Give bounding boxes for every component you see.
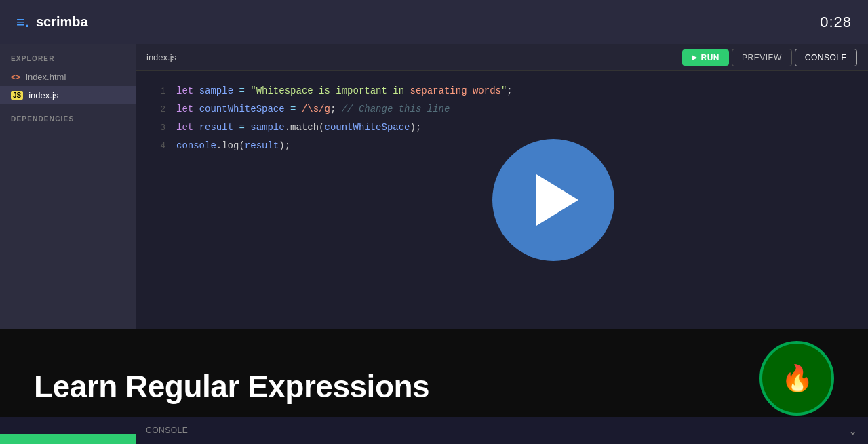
play-button[interactable] [492,139,614,261]
bottom-console-label: CONSOLE [146,426,188,435]
code-line-2-text: let countWhiteSpace = /\s/g; // Change t… [176,100,450,118]
console-button[interactable]: CONSOLE [795,49,857,66]
sidebar-filename-js: index.js [28,90,58,100]
bottom-title: Learn Regular Expressions [34,368,429,405]
console-label: CONSOLE [805,53,847,62]
editor-filename: index.js [146,52,176,62]
fcc-circle: 🔥 [760,341,834,416]
bottom-section: Learn Regular Expressions 🔥 freeCodeCamp… [0,329,868,444]
line-number-2: 2 [146,101,165,119]
code-line-2: 2 let countWhiteSpace = /\s/g; // Change… [136,100,868,119]
code-line-3-text: let result = sample.match(countWhiteSpac… [176,119,421,136]
code-line-4-text: console.log(result); [176,137,290,155]
code-line-3: 3 let result = sample.match(countWhiteSp… [136,119,868,137]
run-play-icon: ▶ [692,54,698,61]
timer: 0:28 [820,14,852,31]
code-line-4: 4 console.log(result); [136,137,868,155]
html-icon: <> [11,73,20,82]
dependencies-label: DEPENDENCIES [0,115,136,128]
toolbar-buttons: ▶ RUN PREVIEW CONSOLE [682,49,857,66]
preview-button[interactable]: PREVIEW [732,49,792,66]
run-label: RUN [701,53,719,62]
sidebar-filename-html: index.html [26,72,66,82]
line-number-3: 3 [146,119,165,137]
sidebar-item-js[interactable]: JS index.js [0,86,136,104]
preview-label: PREVIEW [742,53,782,62]
run-button[interactable]: ▶ RUN [682,49,729,66]
sidebar-item-html[interactable]: <> index.html [0,68,136,86]
code-line-1: 1 let sample = "Whitespace is important … [136,82,868,100]
js-icon: JS [11,91,23,100]
logo-icon: ≡. [16,14,29,31]
play-triangle-icon [536,174,578,226]
editor-area: index.js ▶ RUN PREVIEW CONSOLE 1 let sam… [136,44,868,329]
editor-toolbar: index.js ▶ RUN PREVIEW CONSOLE [136,44,868,71]
code-content: 1 let sample = "Whitespace is important … [136,71,868,329]
line-number-1: 1 [146,83,165,100]
line-number-4: 4 [146,138,165,155]
fcc-flame-icon: 🔥 [781,363,813,393]
sidebar: EXPLORER <> index.html JS index.js DEPEN… [0,44,136,329]
chevron-down-icon[interactable]: ⌄ [848,424,857,437]
code-line-1-text: let sample = "Whitespace is important in… [176,82,513,100]
logo-text: scrimba [36,14,88,30]
green-strip [0,434,136,444]
sidebar-dependencies: DEPENDENCIES [0,115,136,128]
main-area: EXPLORER <> index.html JS index.js DEPEN… [0,44,868,329]
logo: ≡. scrimba [16,14,88,31]
explorer-label: EXPLORER [0,55,136,68]
navbar: ≡. scrimba 0:28 [0,0,868,44]
